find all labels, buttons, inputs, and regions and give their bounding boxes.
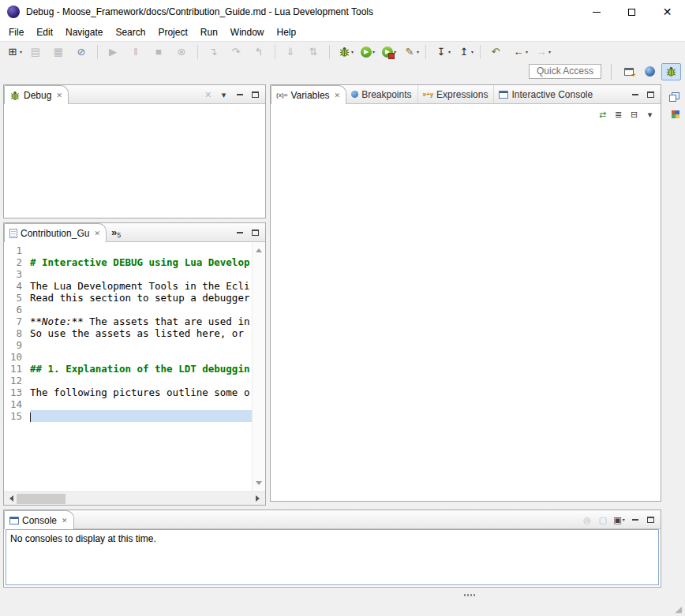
editor-text-area[interactable]: 1 2 # Interactive DEBUG using Lua Develo… xyxy=(4,242,252,491)
scroll-left-icon[interactable] xyxy=(6,495,13,502)
minimize-view-button[interactable] xyxy=(627,513,642,527)
console-content[interactable]: No consoles to display at this time. xyxy=(6,529,659,585)
show-type-names-button[interactable]: ⇄ xyxy=(595,107,610,121)
next-annotation-button[interactable]: ↧ ▾ xyxy=(433,43,455,61)
tab-debug[interactable]: Debug ✕ xyxy=(4,85,69,104)
menu-search[interactable]: Search xyxy=(109,24,152,40)
menu-run[interactable]: Run xyxy=(194,24,224,40)
menu-window[interactable]: Window xyxy=(224,24,271,40)
button-glyph: ↴ xyxy=(207,46,219,58)
suspend-button[interactable]: ‖ xyxy=(128,43,149,61)
variables-empty-area[interactable] xyxy=(271,125,661,501)
restore-minimized-view-button[interactable] xyxy=(668,88,683,103)
editor-line[interactable]: 6 xyxy=(4,304,252,315)
minimize-view-button[interactable] xyxy=(232,226,247,240)
back-button[interactable]: ← ▾ xyxy=(511,43,532,61)
save-all-button[interactable]: ▦ xyxy=(51,43,72,61)
console-resize-handle[interactable] xyxy=(464,594,477,596)
close-tab-icon[interactable]: ✕ xyxy=(62,517,68,525)
terminate-button[interactable]: ■ xyxy=(151,43,172,61)
editor-line[interactable]: 12 xyxy=(4,375,252,386)
pin-console-button[interactable]: ◎ xyxy=(580,513,595,527)
menu-navigate[interactable]: Navigate xyxy=(59,24,109,40)
close-window-button[interactable]: ✕ xyxy=(649,0,685,24)
menu-help[interactable]: Help xyxy=(271,24,303,40)
skip-all-breakpoints-button[interactable]: ⊘ xyxy=(73,43,95,61)
new-wizard-button[interactable]: ⊞ ▾ xyxy=(5,43,26,61)
app-icon[interactable] xyxy=(7,6,20,18)
collapse-all-button[interactable]: ⊟ xyxy=(627,107,642,121)
editor-line[interactable]: 15 xyxy=(4,410,252,422)
quick-access[interactable]: Quick Access xyxy=(529,64,601,79)
step-over-button[interactable]: ↷ xyxy=(228,43,249,61)
editor-line[interactable]: 5 Read this section to setup a debugger xyxy=(4,292,252,304)
maximize-view-button[interactable] xyxy=(248,88,263,102)
editor-line[interactable]: 4 The Lua Development Tools in the Ecli xyxy=(4,280,252,292)
tab-console[interactable]: Console ✕ xyxy=(4,510,74,529)
debug-view-content[interactable] xyxy=(4,104,265,218)
close-tab-icon[interactable]: ✕ xyxy=(335,91,341,99)
minimize-view-button[interactable] xyxy=(627,88,642,102)
button-glyph: ▾ xyxy=(222,89,226,100)
debug-button[interactable]: ▾ xyxy=(337,43,357,61)
perspective-debug-button[interactable] xyxy=(661,63,681,80)
resume-button[interactable]: ▶ xyxy=(105,43,126,61)
editor-line[interactable]: 8 So use the assets as listed here, or xyxy=(4,327,252,339)
previous-annotation-button[interactable]: ↥ ▾ xyxy=(456,43,477,61)
step-return-button[interactable]: ↰ xyxy=(251,43,272,61)
pen-tool-button[interactable]: ✎ ▾ xyxy=(402,43,423,61)
tab-variables[interactable]: (x)= Variables ✕ xyxy=(271,85,346,104)
editor-line[interactable]: 2 # Interactive DEBUG using Lua Develop xyxy=(4,256,252,268)
editor-line[interactable]: 11 ## 1. Explanation of the LDT debuggin xyxy=(4,363,252,375)
perspective-ldt-button[interactable] xyxy=(640,63,660,80)
drop-to-frame-button[interactable]: ⇓ xyxy=(283,43,304,61)
display-selected-console-button[interactable]: ▢ xyxy=(596,513,611,527)
maximize-view-button[interactable] xyxy=(643,88,658,102)
open-perspective-button[interactable] xyxy=(619,63,638,80)
minimize-view-button[interactable] xyxy=(232,88,247,102)
menu-project[interactable]: Project xyxy=(152,24,193,40)
forward-button[interactable]: → ▾ xyxy=(533,43,555,61)
editor-line[interactable]: 3 xyxy=(4,268,252,280)
close-tab-icon[interactable]: ✕ xyxy=(94,230,100,237)
menu-file[interactable]: File xyxy=(2,24,30,40)
scroll-up-icon[interactable] xyxy=(256,245,262,252)
run-button[interactable]: ▶ ▾ xyxy=(359,43,379,61)
show-logical-structures-button[interactable]: ≣ xyxy=(611,107,626,121)
editor-line[interactable]: 13 The following pictures outline some o xyxy=(4,386,252,398)
vertical-scrollbar[interactable] xyxy=(252,242,265,491)
view-menu-button[interactable]: ▾ xyxy=(216,88,231,102)
scrollbar-thumb[interactable] xyxy=(17,494,66,504)
view-menu-button[interactable]: ▾ xyxy=(642,107,657,121)
maximize-view-button[interactable] xyxy=(643,513,658,527)
window-resize-grip[interactable]: ◢ xyxy=(676,604,682,614)
open-console-button[interactable]: ▣ ▾ xyxy=(612,513,627,527)
editor-line[interactable]: 1 xyxy=(4,245,252,256)
step-into-button[interactable]: ↴ xyxy=(205,43,226,61)
horizontal-scrollbar[interactable] xyxy=(4,491,265,505)
disconnect-button[interactable]: ⊗ xyxy=(174,43,195,61)
maximize-view-button[interactable] xyxy=(248,226,263,240)
tab-contribution-guide[interactable]: Contribution_Gu ✕ xyxy=(4,223,107,242)
tab-interactive-console[interactable]: Interactive Console xyxy=(493,85,598,103)
tab-breakpoints[interactable]: Breakpoints xyxy=(346,85,417,103)
close-tab-icon[interactable]: ✕ xyxy=(56,91,62,99)
tab-expressions[interactable]: x+y Expressions xyxy=(417,85,494,103)
external-tools-button[interactable]: ▶ ▾ xyxy=(380,43,400,61)
minimize-window-button[interactable] xyxy=(578,0,614,24)
tab-overflow-indicator[interactable]: » 5 xyxy=(107,223,125,241)
scroll-right-icon[interactable] xyxy=(256,495,263,502)
use-step-filters-button[interactable]: ⇅ xyxy=(305,43,327,61)
editor-line[interactable]: 14 xyxy=(4,398,252,410)
line-number: 14 xyxy=(4,398,30,410)
remove-all-terminated-button[interactable]: ✕ xyxy=(200,88,215,102)
scroll-down-icon[interactable] xyxy=(256,481,262,488)
last-edit-location-button[interactable]: ↶ xyxy=(488,43,509,61)
editor-line[interactable]: 9 xyxy=(4,339,252,351)
editor-line[interactable]: 10 xyxy=(4,351,252,363)
menu-edit[interactable]: Edit xyxy=(30,24,59,40)
maximize-window-button[interactable] xyxy=(614,0,649,24)
editor-line[interactable]: 7 **Note:** The assets that are used in xyxy=(4,315,252,327)
minimized-view-button[interactable] xyxy=(668,106,683,122)
save-button[interactable]: ▤ xyxy=(28,43,49,61)
